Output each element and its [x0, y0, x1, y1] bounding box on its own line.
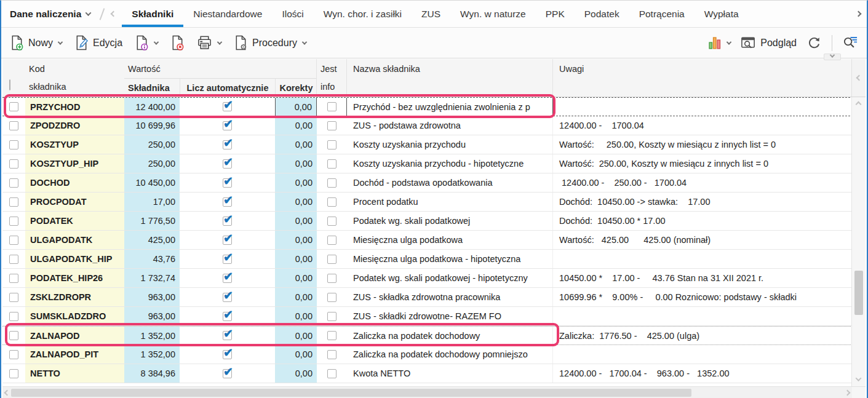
value-cell[interactable]: 10 699,96 [124, 116, 180, 135]
code-cell[interactable]: PODATEK_HIP26 [25, 269, 124, 287]
korekty-cell[interactable]: 0,00 [275, 327, 317, 344]
row-checkbox[interactable] [9, 369, 18, 378]
auto-calc-checkbox[interactable] [223, 102, 232, 111]
code-cell[interactable]: ZALNAPOD_PIT [25, 345, 124, 364]
tab-wyn-w-naturze[interactable]: Wyn. w naturze [450, 1, 536, 27]
value-cell[interactable]: 43,76 [124, 250, 180, 268]
table-row-procpodat[interactable]: PROCPODAT17,000,00Procent podatkuDochód:… [2, 193, 866, 212]
is-info-checkbox[interactable] [327, 159, 336, 169]
edit-button[interactable]: Edycja [74, 35, 122, 50]
tab-ppk[interactable]: PPK [536, 1, 575, 27]
code-cell[interactable]: NETTO [25, 364, 124, 383]
value-cell[interactable]: 1 776,50 [124, 212, 180, 230]
header-name-column[interactable]: Nazwa składnika [347, 59, 553, 97]
row-checkbox[interactable] [9, 121, 18, 130]
value-cell[interactable]: 963,00 [124, 288, 180, 306]
auto-calc-checkbox[interactable] [223, 140, 232, 149]
row-checkbox[interactable] [9, 159, 18, 169]
is-info-checkbox[interactable] [327, 197, 336, 207]
code-cell[interactable]: SUMSKLADZDRO [25, 307, 124, 325]
scroll-down-icon[interactable] [856, 375, 862, 381]
select-all-checkbox[interactable] [9, 79, 10, 90]
code-cell[interactable]: DOCHOD [25, 173, 124, 192]
row-checkbox[interactable] [9, 236, 18, 245]
auto-calc-checkbox[interactable] [223, 121, 232, 130]
search-button[interactable] [842, 35, 858, 50]
row-checkbox[interactable] [9, 217, 18, 226]
auto-calc-checkbox[interactable] [223, 217, 232, 226]
code-cell[interactable]: PRZYCHOD [25, 98, 124, 116]
auto-calc-checkbox[interactable] [223, 178, 232, 188]
table-row-sumskladzdro[interactable]: SUMSKLADZDRO963,000,00ZUS - składki zdro… [2, 307, 866, 326]
breadcrumb-dane-naliczenia[interactable]: Dane naliczenia [10, 9, 90, 20]
korekty-cell[interactable]: 0,00 [275, 193, 317, 211]
korekty-cell[interactable]: 0,00 [275, 250, 317, 268]
korekty-cell[interactable]: 0,00 [275, 307, 317, 325]
auto-calc-checkbox[interactable] [223, 331, 232, 340]
is-info-checkbox[interactable] [327, 236, 336, 245]
auto-calc-checkbox[interactable] [223, 369, 232, 378]
row-checkbox[interactable] [9, 312, 18, 321]
refresh-button[interactable] [806, 35, 822, 50]
table-row-zsklzdropr[interactable]: ZSKLZDROPR963,000,00ZUS - składka zdrowo… [2, 288, 866, 307]
print-button[interactable] [197, 35, 221, 50]
tab-wypłata[interactable]: Wypłata [695, 1, 749, 27]
row-checkbox[interactable] [9, 293, 18, 302]
korekty-cell[interactable]: 0,00 [275, 364, 317, 383]
header-sub-auto[interactable]: Licz automatycznie [180, 79, 275, 97]
preview-button[interactable]: Podgląd [741, 36, 797, 50]
row-checkbox[interactable] [9, 178, 18, 188]
code-cell[interactable]: KOSZTYUP_HIP [25, 154, 124, 173]
header-value-group[interactable]: Wartość Składnika Licz automatycznie Kor… [124, 59, 317, 97]
header-notes-column[interactable]: Uwagi [553, 59, 851, 97]
tab-potrącenia[interactable]: Potrącenia [629, 1, 695, 27]
info-button[interactable] [135, 35, 158, 50]
table-row-zalnapod_pit[interactable]: ZALNAPOD_PIT1 352,000,00Zaliczka na poda… [2, 345, 866, 364]
header-info-column[interactable]: Jest info [317, 59, 347, 97]
row-checkbox[interactable] [9, 331, 18, 340]
table-row-zalnapod[interactable]: ZALNAPOD1 352,000,00Zaliczka na podatek … [2, 326, 866, 345]
code-cell[interactable]: KOSZTYUP [25, 135, 124, 154]
row-checkbox[interactable] [9, 350, 18, 359]
table-row-zpodzdro[interactable]: ZPODZDRO10 699,960,00ZUS - podstawa zdro… [2, 116, 866, 135]
row-checkbox[interactable] [9, 255, 18, 264]
new-button[interactable]: Nowy [10, 35, 62, 50]
tab-wyn-chor-i-zasiłki[interactable]: Wyn. chor. i zasiłki [314, 1, 412, 27]
value-cell[interactable]: 1 352,00 [124, 327, 180, 344]
vertical-scrollbar[interactable] [851, 97, 866, 386]
value-cell[interactable]: 12 400,00 [124, 98, 180, 116]
tab-zus[interactable]: ZUS [412, 1, 450, 27]
horizontal-scrollbar-thumb[interactable] [11, 389, 691, 397]
table-row-netto[interactable]: NETTO8 384,960,00Kwota NETTO12400.00 - 1… [2, 364, 866, 383]
auto-calc-checkbox[interactable] [223, 236, 232, 245]
value-cell[interactable]: 17,00 [124, 193, 180, 211]
tab-scroll-left-icon[interactable] [111, 11, 117, 17]
tab-scroll-right-icon[interactable] [856, 11, 862, 17]
ribbon-collapse-button[interactable] [824, 54, 841, 60]
korekty-cell[interactable]: 0,00 [275, 288, 317, 306]
scroll-right-icon[interactable] [845, 390, 851, 396]
table-row-ulgapodatk[interactable]: ULGAPODATK425,000,00Miesięczna ulga poda… [2, 231, 866, 250]
table-row-podatek_hip26[interactable]: PODATEK_HIP261 732,740,00Podatek wg. ska… [2, 269, 866, 288]
row-checkbox[interactable] [9, 197, 18, 207]
side-panel-collapse[interactable] [851, 59, 866, 97]
korekty-cell[interactable]: 0,00 [275, 98, 317, 116]
auto-calc-checkbox[interactable] [223, 312, 232, 321]
tab-ilości[interactable]: Ilości [272, 1, 313, 27]
procedures-button[interactable]: Procedury [234, 35, 306, 50]
row-checkbox[interactable] [9, 274, 18, 283]
tab-podatek[interactable]: Podatek [575, 1, 629, 27]
auto-calc-checkbox[interactable] [223, 274, 232, 283]
korekty-cell[interactable]: 0,00 [275, 212, 317, 230]
korekty-cell[interactable]: 0,00 [275, 231, 317, 249]
korekty-cell[interactable]: 0,00 [275, 269, 317, 287]
is-info-checkbox[interactable] [327, 178, 336, 188]
is-info-checkbox[interactable] [327, 293, 336, 302]
value-cell[interactable]: 963,00 [124, 307, 180, 325]
table-row-podatek[interactable]: PODATEK1 776,500,00Podatek wg. skali pod… [2, 212, 866, 231]
table-row-ulgapodatk_hip[interactable]: ULGAPODATK_HIP43,760,00Miesięczna ulga p… [2, 250, 866, 269]
table-row-przychod[interactable]: PRZYCHOD12 400,000,00Przychód - bez uwzg… [2, 97, 866, 116]
code-cell[interactable]: ZALNAPOD [25, 327, 124, 344]
auto-calc-checkbox[interactable] [223, 293, 232, 302]
value-cell[interactable]: 425,00 [124, 231, 180, 249]
